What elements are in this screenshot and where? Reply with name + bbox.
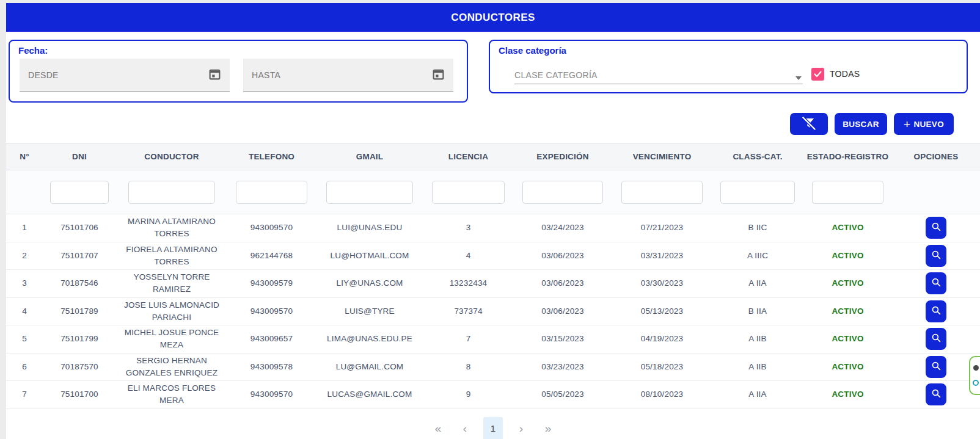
pagination-prev[interactable]: ‹	[456, 417, 474, 439]
cell-vencimiento: 07/21/2023	[612, 214, 712, 242]
filter-cell-estado	[803, 170, 892, 214]
cell-estado: ACTIVO	[803, 297, 892, 325]
cell-conductor: ELI MARCOS FLORES MERA	[116, 381, 227, 409]
calendar-icon[interactable]	[208, 68, 221, 83]
column-header-estado: ESTADO-REGISTRO	[803, 143, 892, 170]
column-header-expedicion: EXPEDICIÓN	[513, 143, 612, 170]
cell-licencia: 3	[423, 214, 513, 242]
cell-gmail: LIMA@UNAS.EDU.PE	[316, 325, 423, 354]
cell-n: 4	[6, 297, 43, 325]
clase-select-placeholder: CLASE CATEGORÍA	[514, 70, 598, 80]
cell-opciones	[892, 242, 980, 270]
filter-slash-icon	[801, 115, 817, 133]
column-header-conductor: CONDUCTOR	[116, 143, 227, 170]
cell-expedicion: 03/24/2023	[513, 214, 612, 242]
hasta-placeholder: HASTA	[252, 70, 280, 80]
cell-dni: 75101707	[43, 242, 116, 270]
cell-opciones	[892, 325, 980, 354]
pagination-page-1[interactable]: 1	[483, 417, 503, 439]
filter-cell-telefono	[227, 170, 316, 214]
cell-n: 1	[6, 214, 43, 242]
filter-input-conductor[interactable]	[128, 181, 215, 204]
cell-dni: 70187570	[43, 353, 116, 381]
cell-estado: ACTIVO	[803, 270, 892, 298]
cell-n: 2	[6, 242, 43, 270]
hasta-date-input[interactable]: HASTA	[243, 59, 453, 92]
pagination-last[interactable]: »	[539, 417, 557, 439]
cell-dni: 75101706	[43, 214, 116, 242]
calendar-icon[interactable]	[432, 68, 445, 83]
viewport: CONDUCTORES Fecha: DESDE	[0, 0, 980, 439]
filters-section: Fecha: DESDE HASTA	[6, 32, 980, 103]
cell-gmail: LUCAS@GMAIL.COM	[316, 381, 423, 409]
view-button[interactable]	[926, 245, 946, 267]
filter-input-gmail[interactable]	[326, 181, 413, 204]
filter-input-dni[interactable]	[50, 181, 109, 204]
filter-input-vencimiento[interactable]	[621, 181, 702, 204]
fecha-filter-box: Fecha: DESDE HASTA	[9, 40, 468, 103]
pagination-next[interactable]: ›	[513, 417, 530, 439]
filter-input-licencia[interactable]	[432, 181, 505, 204]
filter-input-classcat[interactable]	[720, 181, 794, 204]
fecha-legend: Fecha:	[10, 41, 467, 56]
cell-estado: ACTIVO	[803, 381, 892, 409]
column-header-dni: DNI	[43, 143, 116, 170]
cell-vencimiento: 05/13/2023	[612, 297, 712, 325]
magnifier-icon	[931, 388, 942, 401]
cell-conductor: FIORELA ALTAMIRANO TORRES	[116, 242, 227, 270]
cell-opciones	[892, 214, 980, 242]
nuevo-button[interactable]: + NUEVO	[894, 113, 954, 135]
cell-classcat: A IIA	[712, 270, 803, 298]
cell-classcat: A IIB	[712, 353, 803, 381]
cell-expedicion: 03/06/2023	[513, 242, 612, 270]
cell-dni: 75101789	[43, 297, 116, 325]
view-button[interactable]	[926, 328, 946, 350]
cell-opciones	[892, 381, 980, 409]
view-button[interactable]	[926, 383, 946, 405]
filter-input-telefono[interactable]	[236, 181, 307, 204]
cell-n: 7	[6, 381, 43, 409]
pagination-first[interactable]: «	[430, 417, 447, 439]
clear-filter-button[interactable]	[790, 113, 828, 135]
table-header-row: N°DNICONDUCTORTELEFONOGMAILLICENCIAEXPED…	[6, 143, 980, 170]
clase-categoria-select[interactable]: CLASE CATEGORÍA	[514, 63, 803, 84]
column-header-licencia: LICENCIA	[423, 143, 513, 170]
table-row: 670187570SERGIO HERNAN GONZALES ENRIQUEZ…	[6, 353, 980, 381]
filter-cell-classcat	[712, 170, 803, 214]
table-filter-row	[6, 170, 980, 214]
page-title: CONDUCTORES	[451, 12, 535, 24]
filter-cell-expedicion	[513, 170, 612, 214]
cell-gmail: LUIS@TYRE	[316, 297, 423, 325]
view-button[interactable]	[926, 300, 946, 322]
cell-licencia: 737374	[423, 297, 513, 325]
toast-icon-dark	[973, 365, 979, 371]
cell-telefono: 943009579	[227, 270, 316, 298]
todas-checkbox[interactable]	[811, 68, 824, 81]
cell-telefono: 943009570	[227, 297, 316, 325]
magnifier-icon	[931, 277, 942, 289]
cell-opciones	[892, 270, 980, 298]
magnifier-icon	[931, 333, 942, 345]
view-button[interactable]	[926, 217, 946, 239]
cell-classcat: B IIC	[712, 214, 803, 242]
cell-vencimiento: 03/31/2023	[612, 242, 712, 270]
clase-legend: Clase categoría	[490, 41, 967, 56]
cell-expedicion: 03/06/2023	[513, 297, 612, 325]
cell-conductor: MICHEL JOSUE PONCE MEZA	[116, 325, 227, 354]
cell-gmail: LIY@UNAS.COM	[316, 270, 423, 298]
cell-n: 5	[6, 325, 43, 354]
filter-input-expedicion[interactable]	[522, 181, 602, 204]
cell-telefono: 943009570	[227, 381, 316, 409]
cell-telefono: 943009578	[227, 353, 316, 381]
view-button[interactable]	[926, 272, 946, 294]
desde-date-input[interactable]: DESDE	[20, 59, 230, 92]
table-row: 575101799MICHEL JOSUE PONCE MEZA94300965…	[6, 325, 980, 354]
filter-cell-gmail	[316, 170, 423, 214]
view-button[interactable]	[926, 356, 946, 378]
buscar-button[interactable]: BUSCAR	[835, 113, 887, 135]
cell-conductor: SERGIO HERNAN GONZALES ENRIQUEZ	[116, 353, 227, 381]
filter-input-estado[interactable]	[812, 181, 883, 204]
filter-cell-conductor	[116, 170, 227, 214]
cell-vencimiento: 08/10/2023	[612, 381, 712, 409]
cell-dni: 75101799	[43, 325, 116, 354]
